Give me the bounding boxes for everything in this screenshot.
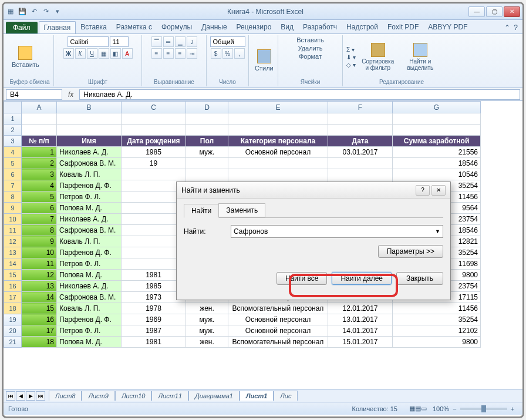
cell[interactable]: [328, 158, 393, 169]
sheet-tab[interactable]: Лис: [274, 391, 298, 401]
col-header-G[interactable]: G: [393, 102, 481, 113]
italic-button[interactable]: К: [75, 48, 86, 59]
row-header-5[interactable]: 5: [4, 158, 22, 169]
name-box[interactable]: [6, 89, 62, 100]
cell[interactable]: Сафронова В. М.: [57, 225, 122, 236]
col-header-D[interactable]: D: [186, 102, 228, 113]
cell[interactable]: [328, 125, 393, 136]
row-header-15[interactable]: 15: [4, 270, 22, 281]
fx-icon[interactable]: fx: [65, 90, 77, 99]
cell[interactable]: 21556: [393, 147, 481, 158]
cell[interactable]: [22, 113, 57, 125]
row-header-17[interactable]: 17: [4, 292, 22, 303]
row-header-19[interactable]: 19: [4, 314, 22, 325]
sheet-tab[interactable]: Лист11: [151, 391, 188, 401]
dialog-help-button[interactable]: ?: [416, 185, 430, 196]
cell[interactable]: 13.01.2017: [328, 314, 393, 325]
cell[interactable]: 12102: [393, 325, 481, 337]
cell[interactable]: Коваль Л. П.: [57, 303, 122, 314]
ribbon-tab-0[interactable]: Главная: [39, 21, 76, 33]
cell[interactable]: 1969: [122, 314, 186, 325]
close-button[interactable]: ✕: [504, 6, 520, 17]
ribbon-tab-7[interactable]: Разработч: [298, 21, 342, 33]
clear-button[interactable]: ◇ ▾: [346, 62, 356, 68]
cell[interactable]: [393, 125, 481, 136]
view-pagebreak-icon[interactable]: ▭: [421, 405, 427, 412]
insert-cells-button[interactable]: Вставить: [296, 36, 324, 43]
ribbon-tab-10[interactable]: ABBYY PDF: [423, 21, 472, 33]
row-header-10[interactable]: 10: [4, 214, 22, 225]
table-header[interactable]: Категория персонала: [228, 136, 328, 147]
row-header-13[interactable]: 13: [4, 247, 22, 258]
row-header-16[interactable]: 16: [4, 281, 22, 292]
cell[interactable]: муж.: [186, 325, 228, 337]
align-left-button[interactable]: ≡: [151, 48, 162, 59]
zoom-level[interactable]: 100%: [433, 405, 449, 412]
percent-button[interactable]: %: [222, 48, 233, 59]
params-button[interactable]: Параметры >>: [378, 245, 443, 258]
dropdown-icon[interactable]: ▼: [435, 229, 440, 234]
cell[interactable]: Парфенов Д. Ф.: [57, 180, 122, 191]
cell[interactable]: 1978: [122, 303, 186, 314]
cell[interactable]: 18: [22, 337, 57, 348]
dialog-close-button[interactable]: ✕: [431, 185, 446, 196]
row-header-2[interactable]: 2: [4, 125, 22, 136]
cell[interactable]: Николаев А. Д.: [57, 147, 122, 158]
row-header-6[interactable]: 6: [4, 169, 22, 180]
cell[interactable]: Попова М. Д.: [57, 203, 122, 214]
cell[interactable]: [122, 169, 186, 180]
cell[interactable]: 8: [22, 225, 57, 236]
table-header[interactable]: Дата: [328, 136, 393, 147]
file-tab[interactable]: Файл: [6, 22, 38, 33]
cell[interactable]: [57, 125, 122, 136]
col-header-F[interactable]: F: [328, 102, 393, 113]
find-all-button[interactable]: Найти все: [277, 272, 328, 285]
dialog-titlebar[interactable]: Найти и заменить ? ✕: [177, 182, 450, 199]
cell[interactable]: Парфенов Д. Ф.: [57, 314, 122, 325]
sheet-tab[interactable]: Лист9: [82, 391, 114, 401]
zoom-slider[interactable]: [460, 408, 507, 410]
cell[interactable]: [186, 158, 228, 169]
cell[interactable]: Вспомогательный персонал: [228, 303, 328, 314]
sheet-nav-prev[interactable]: ◀: [16, 391, 25, 401]
sort-filter-button[interactable]: Сортировка и фильтр: [358, 42, 398, 72]
ribbon-tab-1[interactable]: Вставка: [76, 21, 112, 33]
minimize-button[interactable]: —: [468, 6, 485, 17]
cell[interactable]: [328, 169, 393, 180]
cell[interactable]: 17: [22, 325, 57, 337]
cell[interactable]: 11: [22, 258, 57, 270]
cell[interactable]: 15.01.2017: [328, 337, 393, 348]
font-size-combo[interactable]: 11: [110, 36, 129, 47]
cell[interactable]: 1987: [122, 325, 186, 337]
col-header-E[interactable]: E: [228, 102, 328, 113]
cell[interactable]: [228, 169, 328, 180]
col-header-C[interactable]: C: [122, 102, 186, 113]
cell[interactable]: Коваль Л. П.: [57, 236, 122, 247]
cell[interactable]: 9800: [393, 337, 481, 348]
cell[interactable]: [57, 113, 122, 125]
cell[interactable]: Основной персонал: [228, 325, 328, 337]
number-format-combo[interactable]: Общий: [210, 36, 245, 47]
cell[interactable]: Сафронова В. М.: [57, 158, 122, 169]
ribbon-tab-3[interactable]: Формулы: [157, 21, 197, 33]
cell[interactable]: Попова М. Д.: [57, 337, 122, 348]
cell[interactable]: [186, 113, 228, 125]
row-header-7[interactable]: 7: [4, 180, 22, 191]
row-header-12[interactable]: 12: [4, 236, 22, 247]
col-header-A[interactable]: A: [22, 102, 57, 113]
cell[interactable]: жен.: [186, 337, 228, 348]
cell[interactable]: Николаев А. Д.: [57, 281, 122, 292]
fill-down-button[interactable]: ⬇ ▾: [346, 54, 356, 61]
cell[interactable]: [22, 125, 57, 136]
cell[interactable]: 2: [22, 158, 57, 169]
row-header-1[interactable]: 1: [4, 113, 22, 125]
bold-button[interactable]: Ж: [63, 48, 74, 59]
paste-button[interactable]: Вставить: [9, 45, 42, 69]
cell[interactable]: 4: [22, 180, 57, 191]
sheet-nav-first[interactable]: ⏮: [6, 391, 15, 401]
save-icon[interactable]: 💾: [18, 7, 27, 16]
indent-button[interactable]: ⇥: [187, 48, 197, 59]
cell[interactable]: 6: [22, 203, 57, 214]
cell[interactable]: Вспомогательный персонал: [228, 337, 328, 348]
view-layout-icon[interactable]: ▤: [415, 405, 421, 412]
